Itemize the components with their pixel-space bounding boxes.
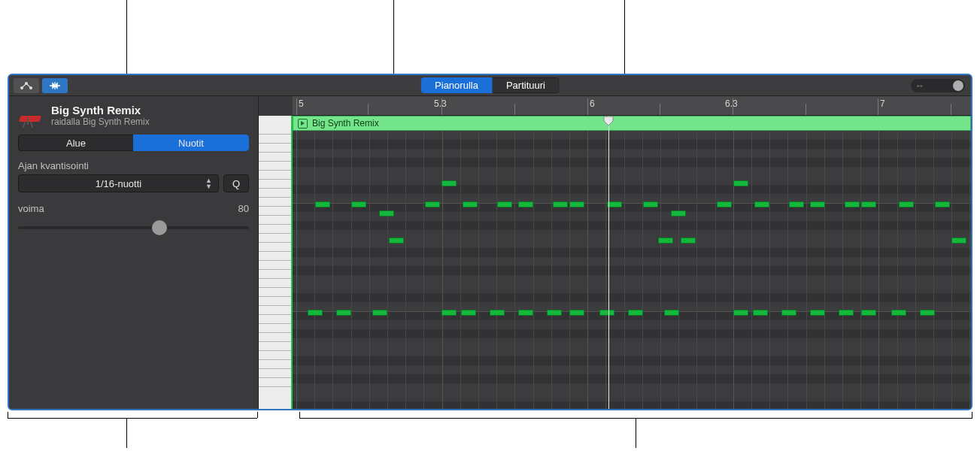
quantize-button[interactable]: Q [223,174,249,192]
playhead-marker[interactable] [603,116,614,126]
ruler-label: 5 [299,98,304,109]
midi-note[interactable] [810,201,825,207]
midi-note[interactable] [553,201,568,207]
playhead[interactable] [608,116,609,409]
midi-note[interactable] [518,310,533,316]
midi-note[interactable] [490,310,505,316]
track-subtitle: raidalla Big Synth Remix [51,116,150,127]
midi-note[interactable] [351,201,366,207]
quantize-value: 1/16-nuotti [96,178,141,189]
midi-note[interactable] [379,210,394,216]
track-title: Big Synth Remix [51,104,150,116]
piano-keyboard[interactable]: C3 C2 [259,116,293,409]
view-tabs: Pianorulla Partituuri [420,77,560,93]
auto-zoom-icon: ↔ [915,80,924,91]
midi-note[interactable] [789,201,804,207]
midi-note[interactable] [463,201,478,207]
midi-note[interactable] [643,201,658,207]
midi-note[interactable] [951,238,966,244]
velocity-slider[interactable] [18,220,249,235]
midi-note[interactable] [315,201,330,207]
tab-score[interactable]: Partituuri [493,77,560,93]
automation-toggle-button[interactable] [14,78,39,93]
midi-note[interactable] [425,201,440,207]
note-grid[interactable] [293,131,971,409]
slider-thumb[interactable] [152,220,167,235]
midi-note[interactable] [717,201,732,207]
midi-note[interactable] [664,310,679,316]
midi-note[interactable] [441,180,457,186]
horizontal-auto-zoom-toggle[interactable]: ↔ [911,79,965,92]
midi-note[interactable] [899,201,914,207]
midi-note[interactable] [372,310,387,316]
editor-toolbar: Pianorulla Partituuri ↔ [9,75,971,96]
midi-note[interactable] [733,180,748,186]
midi-note[interactable] [810,310,825,316]
tab-pianoroll[interactable]: Pianorulla [420,77,493,93]
time-ruler[interactable]: 5 5.3 6 6.3 7 [293,96,971,116]
instrument-icon [18,104,44,123]
tab-notes[interactable]: Nuotit [133,135,249,151]
midi-note[interactable] [920,310,935,316]
velocity-label: voima [18,203,44,214]
callout-bracket-left [8,418,257,419]
velocity-value: 80 [238,203,249,214]
midi-note[interactable] [671,210,686,216]
inspector-mode-tabs: Alue Nuotit [18,135,249,151]
midi-note[interactable] [839,310,854,316]
midi-note[interactable] [845,201,860,207]
midi-note[interactable] [733,310,748,316]
midi-note[interactable] [569,201,584,207]
midi-note[interactable] [547,310,562,316]
callout-line-2 [393,0,394,74]
midi-note[interactable] [658,238,673,244]
note-editor-area: 5 5.3 6 6.3 7 Big Synth Remix [259,96,971,409]
midi-note[interactable] [861,310,876,316]
quantize-select[interactable]: 1/16-nuotti ▲▼ [18,174,219,192]
ruler-label: 6 [590,98,595,109]
midi-note[interactable] [935,201,950,207]
midi-note[interactable] [753,310,768,316]
midi-note[interactable] [681,238,696,244]
quantize-label: Ajan kvantisointi [9,160,258,174]
callout-line-4 [126,418,127,448]
region-header[interactable]: Big Synth Remix [293,116,971,131]
midi-note[interactable] [569,310,584,316]
midi-note[interactable] [607,201,622,207]
ruler-label: 5.3 [434,98,447,109]
midi-note[interactable] [754,201,769,207]
midi-note[interactable] [861,201,876,207]
midi-note[interactable] [497,201,512,207]
region-play-icon [298,119,308,129]
toggle-knob [953,80,963,91]
callout-line-5 [636,418,636,448]
select-chevrons-icon: ▲▼ [205,177,212,189]
inspector-panel: Big Synth Remix raidalla Big Synth Remix… [9,96,259,409]
midi-note[interactable] [308,310,323,316]
midi-note[interactable] [599,310,614,316]
track-header: Big Synth Remix raidalla Big Synth Remix [9,104,258,135]
midi-note[interactable] [518,201,533,207]
midi-note[interactable] [628,310,643,316]
midi-note[interactable] [336,310,351,316]
midi-note[interactable] [441,310,457,316]
tab-region[interactable]: Alue [18,135,133,151]
midi-note[interactable] [389,238,404,244]
midi-note[interactable] [461,310,476,316]
callout-line-1 [126,0,127,74]
piano-roll-editor: Pianorulla Partituuri ↔ Big Synth Remix … [8,74,972,410]
catch-playhead-button[interactable] [42,78,68,93]
midi-note[interactable] [891,310,906,316]
ruler-label: 6.3 [725,98,738,109]
ruler-label: 7 [880,98,885,109]
region-name: Big Synth Remix [312,118,379,129]
midi-note[interactable] [781,310,796,316]
